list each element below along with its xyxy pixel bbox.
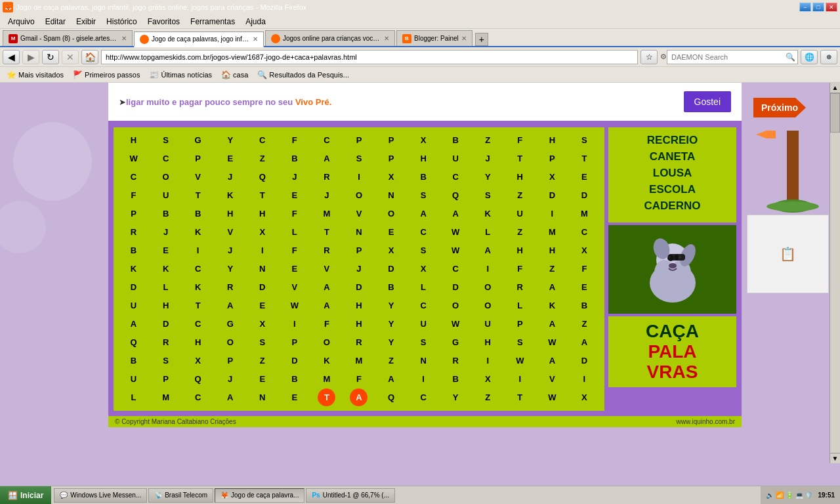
forward-button[interactable]: ▶ bbox=[22, 50, 39, 64]
grid-cell[interactable]: P bbox=[221, 352, 239, 369]
maximize-button[interactable]: □ bbox=[812, 3, 824, 12]
grid-cell[interactable]: Z bbox=[511, 223, 529, 241]
grid-cell[interactable]: B bbox=[576, 297, 593, 314]
grid-cell[interactable]: I bbox=[350, 168, 368, 186]
grid-cell[interactable]: Y bbox=[383, 333, 400, 351]
grid-cell[interactable]: P bbox=[511, 315, 529, 333]
grid-cell[interactable]: A bbox=[350, 388, 368, 406]
reload-button[interactable]: ↻ bbox=[42, 50, 59, 64]
grid-cell[interactable]: F bbox=[350, 370, 368, 388]
grid-cell[interactable]: Y bbox=[383, 297, 400, 314]
grid-cell[interactable]: B bbox=[285, 370, 303, 388]
grid-cell[interactable]: Q bbox=[189, 370, 207, 388]
grid-cell[interactable]: K bbox=[543, 297, 561, 314]
grid-cell[interactable]: E bbox=[253, 297, 271, 314]
grid-cell[interactable]: U bbox=[415, 315, 432, 333]
grid-cell[interactable]: O bbox=[221, 333, 239, 351]
grid-cell[interactable]: V bbox=[350, 205, 368, 222]
bookmark-casa[interactable]: 🏠 casa bbox=[217, 69, 252, 81]
grid-cell[interactable]: J bbox=[221, 370, 239, 388]
grid-cell[interactable]: D bbox=[350, 278, 368, 296]
grid-cell[interactable]: S bbox=[415, 186, 432, 204]
fullscreen-button[interactable]: ⊕ bbox=[820, 50, 837, 64]
grid-cell[interactable]: O bbox=[479, 278, 497, 296]
grid-cell[interactable]: R bbox=[318, 242, 335, 259]
grid-cell[interactable]: T bbox=[318, 388, 335, 406]
grid-cell[interactable]: J bbox=[285, 168, 303, 186]
grid-cell[interactable]: W bbox=[447, 223, 465, 241]
tab-jogo[interactable]: Jogo de caça palavras, jogo infantil, jo… bbox=[134, 32, 264, 47]
grid-cell[interactable]: H bbox=[479, 333, 497, 351]
grid-cell[interactable]: X bbox=[479, 370, 497, 388]
scroll-thumb[interactable] bbox=[830, 93, 840, 133]
grid-cell[interactable]: F bbox=[285, 131, 303, 149]
grid-cell[interactable]: C bbox=[415, 223, 432, 241]
grid-cell[interactable]: U bbox=[125, 370, 142, 388]
grid-cell[interactable]: F bbox=[285, 242, 303, 259]
grid-cell[interactable]: K bbox=[318, 352, 335, 369]
grid-cell[interactable]: Y bbox=[221, 260, 239, 278]
menu-exibir[interactable]: Exibir bbox=[71, 16, 101, 28]
bookmark-star[interactable]: ☆ bbox=[640, 50, 658, 64]
grid-cell[interactable]: A bbox=[383, 370, 400, 388]
menu-ferramentas[interactable]: Ferramentas bbox=[185, 16, 240, 28]
tab-close-gmail[interactable]: ✕ bbox=[121, 35, 127, 42]
grid-cell[interactable]: A bbox=[543, 278, 561, 296]
grid-cell[interactable]: X bbox=[253, 223, 271, 241]
grid-cell[interactable]: C bbox=[253, 131, 271, 149]
grid-cell[interactable]: E bbox=[221, 150, 239, 167]
grid-cell[interactable]: A bbox=[221, 297, 239, 314]
grid-cell[interactable]: Z bbox=[253, 150, 271, 167]
grid-cell[interactable]: L bbox=[285, 223, 303, 241]
grid-cell[interactable]: F bbox=[285, 205, 303, 222]
grid-cell[interactable]: I bbox=[285, 315, 303, 333]
grid-cell[interactable]: E bbox=[576, 168, 593, 186]
grid-cell[interactable]: Y bbox=[221, 131, 239, 149]
stop-button[interactable]: ✕ bbox=[62, 50, 79, 64]
menu-arquivo[interactable]: Arquivo bbox=[3, 16, 40, 28]
grid-cell[interactable]: P bbox=[125, 205, 142, 222]
grid-cell[interactable]: E bbox=[383, 223, 400, 241]
grid-cell[interactable]: M bbox=[318, 205, 335, 222]
grid-cell[interactable]: V bbox=[318, 260, 335, 278]
grid-cell[interactable]: R bbox=[318, 168, 335, 186]
grid-cell[interactable]: K bbox=[189, 278, 207, 296]
grid-cell[interactable]: N bbox=[253, 388, 271, 406]
grid-cell[interactable]: L bbox=[511, 297, 529, 314]
grid-cell[interactable]: C bbox=[157, 150, 175, 167]
grid-cell[interactable]: M bbox=[576, 205, 593, 222]
bookmark-resultados[interactable]: 🔍 Resultados da Pesquis... bbox=[253, 69, 353, 81]
gostei-button[interactable]: Gostei bbox=[684, 91, 731, 112]
grid-cell[interactable]: X bbox=[383, 168, 400, 186]
grid-cell[interactable]: H bbox=[350, 297, 368, 314]
grid-cell[interactable]: O bbox=[479, 297, 497, 314]
grid-cell[interactable]: I bbox=[189, 242, 207, 259]
grid-cell[interactable]: W bbox=[447, 242, 465, 259]
grid-cell[interactable]: A bbox=[415, 205, 432, 222]
grid-cell[interactable]: E bbox=[285, 260, 303, 278]
grid-cell[interactable]: A bbox=[318, 297, 335, 314]
scroll-down-button[interactable]: ▼ bbox=[830, 453, 840, 463]
grid-cell[interactable]: G bbox=[189, 131, 207, 149]
grid-cell[interactable]: B bbox=[447, 370, 465, 388]
grid-cell[interactable]: J bbox=[157, 223, 175, 241]
grid-cell[interactable]: B bbox=[125, 242, 142, 259]
grid-cell[interactable]: O bbox=[383, 205, 400, 222]
grid-cell[interactable]: Q bbox=[383, 388, 400, 406]
close-button[interactable]: ✕ bbox=[826, 3, 837, 12]
grid-cell[interactable]: Y bbox=[383, 315, 400, 333]
tab-close-blogger[interactable]: ✕ bbox=[461, 35, 467, 42]
grid-cell[interactable]: U bbox=[511, 205, 529, 222]
grid-cell[interactable]: S bbox=[415, 333, 432, 351]
grid-cell[interactable]: D bbox=[576, 352, 593, 369]
grid-cell[interactable]: N bbox=[350, 223, 368, 241]
grid-cell[interactable]: H bbox=[189, 333, 207, 351]
grid-cell[interactable]: I bbox=[479, 352, 497, 369]
grid-cell[interactable]: X bbox=[415, 260, 432, 278]
grid-cell[interactable]: P bbox=[350, 242, 368, 259]
grid-cell[interactable]: U bbox=[447, 150, 465, 167]
grid-cell[interactable]: K bbox=[479, 205, 497, 222]
scrollbar[interactable]: ▲ ▼ bbox=[830, 83, 840, 463]
grid-cell[interactable]: B bbox=[383, 278, 400, 296]
menu-historico[interactable]: Histórico bbox=[101, 16, 142, 28]
